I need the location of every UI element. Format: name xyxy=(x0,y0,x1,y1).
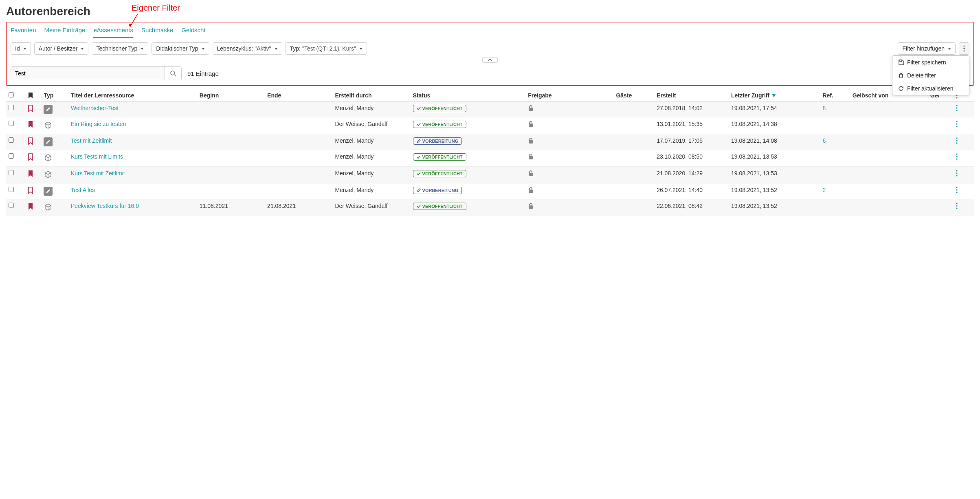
status-cell: VERÖFFENTLICHT xyxy=(411,117,526,134)
creator-cell: Menzel, Mandy xyxy=(332,150,410,167)
guests-cell xyxy=(613,134,654,150)
deleted-by-cell xyxy=(850,102,928,117)
resource-title-link[interactable]: Test Alles xyxy=(71,187,95,193)
svg-point-22 xyxy=(956,142,957,144)
resource-table: Typ Titel der Lernressource Beginn Ende … xyxy=(6,90,974,216)
col-ref[interactable]: Ref. xyxy=(820,90,850,102)
filter-typ[interactable]: Typ: "Test (QTI 2.1), Kurs" xyxy=(286,42,367,55)
col-access[interactable]: Letzter Zugriff ▼ xyxy=(729,90,820,102)
row-actions-button[interactable] xyxy=(954,167,974,183)
resource-title-link[interactable]: Kurs Tests mit Limits xyxy=(71,153,123,160)
share-cell xyxy=(525,117,613,134)
filter-tech-type[interactable]: Technischer Typ xyxy=(92,42,148,55)
deleted-by-cell xyxy=(850,199,928,216)
menu-delete-filter[interactable]: Delete filter xyxy=(892,69,969,82)
col-status[interactable]: Status xyxy=(411,90,526,102)
row-actions-button[interactable] xyxy=(954,150,974,167)
end-cell xyxy=(265,167,332,183)
bookmark-toggle[interactable] xyxy=(25,134,42,150)
row-checkbox[interactable] xyxy=(9,137,14,143)
filter-author[interactable]: Autor / Besitzer xyxy=(34,42,89,55)
svg-point-2 xyxy=(963,45,965,46)
col-access-label: Letzter Zugriff xyxy=(731,92,769,99)
bookmark-toggle[interactable] xyxy=(25,167,42,183)
col-typ[interactable]: Typ xyxy=(41,90,68,102)
del2-cell xyxy=(928,102,954,117)
begin-cell xyxy=(197,167,265,183)
row-checkbox[interactable] xyxy=(9,121,14,126)
select-all-checkbox[interactable] xyxy=(9,92,14,97)
collapse-filters-button[interactable] xyxy=(482,57,498,63)
filter-did-type[interactable]: Didaktischer Typ xyxy=(152,42,209,55)
resource-title-link[interactable]: Weltherrscher-Test xyxy=(71,105,119,111)
share-cell xyxy=(525,183,613,199)
menu-refresh-filter[interactable]: Filter aktualisieren xyxy=(892,82,969,95)
row-actions-button[interactable] xyxy=(954,183,974,199)
filter-author-label: Autor / Besitzer xyxy=(39,45,78,52)
creator-cell: Der Weisse, Gandalf xyxy=(332,199,410,216)
filter-lifecycle[interactable]: Lebenszyklus: "Aktiv" xyxy=(213,42,282,55)
svg-rect-31 xyxy=(529,190,533,193)
svg-point-24 xyxy=(956,153,957,155)
svg-point-34 xyxy=(956,192,957,193)
type-cell xyxy=(41,150,68,167)
bookmark-toggle[interactable] xyxy=(25,102,42,117)
row-checkbox[interactable] xyxy=(9,203,14,208)
filter-id[interactable]: Id xyxy=(11,42,31,55)
resource-title-link[interactable]: Ein Ring sie zu testen xyxy=(71,121,126,127)
resource-title-link[interactable]: Kurs Test mit Zeitlimit xyxy=(71,170,125,177)
svg-point-29 xyxy=(956,172,957,174)
created-cell: 22.06.2021, 08:42 xyxy=(654,199,729,216)
ref-link[interactable]: 8 xyxy=(822,105,826,111)
tab-favoriten[interactable]: Favoriten xyxy=(11,25,36,38)
deleted-by-cell xyxy=(850,167,928,183)
svg-point-10 xyxy=(956,97,957,98)
row-checkbox[interactable] xyxy=(9,170,14,175)
row-actions-button[interactable] xyxy=(954,102,974,117)
col-begin[interactable]: Beginn xyxy=(197,90,265,102)
annotation-arrow xyxy=(127,13,140,29)
row-actions-button[interactable] xyxy=(954,117,974,134)
col-guests[interactable]: Gäste xyxy=(613,90,654,102)
creator-cell: Menzel, Mandy xyxy=(332,102,410,117)
svg-point-14 xyxy=(956,110,957,111)
svg-rect-35 xyxy=(529,205,533,209)
creator-cell: Menzel, Mandy xyxy=(332,134,410,150)
ref-link[interactable]: 6 xyxy=(822,137,826,144)
ref-link[interactable]: 2 xyxy=(822,187,826,193)
created-cell: 13.01.2021, 15:35 xyxy=(654,117,729,134)
filter-more-button[interactable] xyxy=(959,42,969,55)
row-actions-button[interactable] xyxy=(954,199,974,216)
menu-save-filter[interactable]: Filter speichern xyxy=(892,56,969,69)
add-filter-button[interactable]: Filter hinzufügen xyxy=(898,42,956,55)
table-row: Ein Ring sie zu testenDer Weisse, Gandal… xyxy=(6,117,974,134)
del2-cell xyxy=(928,183,954,199)
share-cell xyxy=(525,134,613,150)
col-end[interactable]: Ende xyxy=(265,90,332,102)
search-button[interactable] xyxy=(165,67,181,80)
bookmark-toggle[interactable] xyxy=(25,183,42,199)
chevron-up-icon xyxy=(488,58,492,62)
filter-typ-label: Typ: xyxy=(290,45,301,52)
col-share[interactable]: Freigabe xyxy=(525,90,613,102)
resource-title-link[interactable]: Test mit Zeitlimit xyxy=(71,137,112,144)
tab-suchmaske[interactable]: Suchmaske xyxy=(141,25,173,38)
row-actions-button[interactable] xyxy=(954,134,974,150)
search-input[interactable] xyxy=(11,67,165,80)
tab-meine-eintraege[interactable]: Meine Einträge xyxy=(44,25,86,38)
col-title[interactable]: Titel der Lernressource xyxy=(68,90,197,102)
row-checkbox[interactable] xyxy=(9,187,14,192)
bookmark-toggle[interactable] xyxy=(25,150,42,167)
status-cell: VERÖFFENTLICHT xyxy=(411,199,526,216)
resource-title-link[interactable]: Peekview Testkurs für 16.0 xyxy=(71,203,139,209)
bookmark-toggle[interactable] xyxy=(25,199,42,216)
tab-geloescht[interactable]: Gelöscht xyxy=(181,25,205,38)
bookmark-toggle[interactable] xyxy=(25,117,42,134)
col-created[interactable]: Erstellt xyxy=(654,90,729,102)
type-cell xyxy=(41,102,68,117)
col-creator[interactable]: Erstellt durch xyxy=(332,90,410,102)
row-checkbox[interactable] xyxy=(9,105,14,110)
search-box xyxy=(11,66,182,80)
row-checkbox[interactable] xyxy=(9,153,14,159)
svg-point-30 xyxy=(956,175,957,176)
